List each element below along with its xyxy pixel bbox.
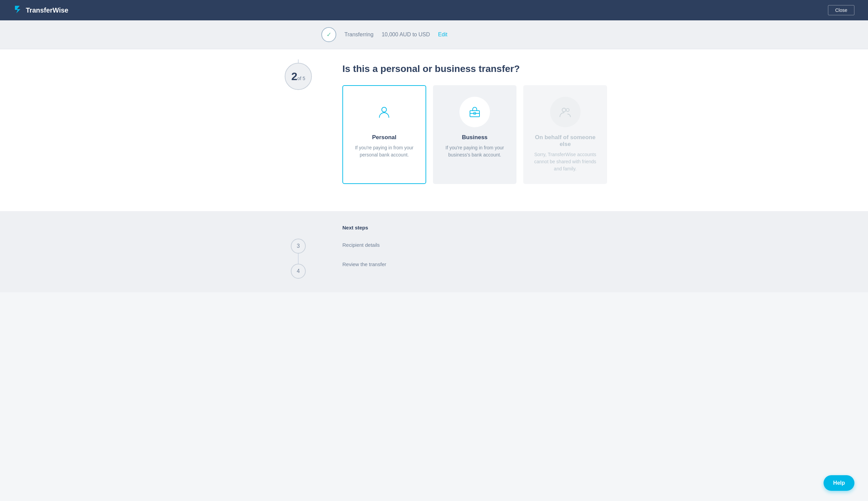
svg-marker-0	[15, 6, 20, 13]
content-col: Is this a personal or business transfer?…	[336, 60, 607, 198]
cards-row: Personal If you're paying in from your p…	[343, 85, 607, 184]
header: TransferWise Close	[0, 0, 868, 20]
business-card[interactable]: Business If you're paying in from your b…	[433, 85, 517, 184]
business-desc: If you're paying in from your business's…	[441, 144, 509, 159]
personal-title: Personal	[372, 134, 396, 141]
svg-point-1	[382, 107, 387, 112]
svg-point-6	[566, 109, 569, 112]
step-number: 2	[291, 70, 297, 83]
bottom-row: 3 4 Recipient details Review the transfe…	[261, 238, 607, 279]
timeline-col: 2of 5	[261, 60, 336, 90]
bottom-timeline-col: 3 4	[261, 238, 336, 279]
bottom-inner: Next steps 3 4 Recipient details Review …	[247, 225, 621, 279]
close-button[interactable]: Close	[828, 5, 855, 15]
step-4-circle: 4	[291, 264, 306, 279]
progress-label: Transferring	[345, 32, 373, 38]
progress-amount: 10,000 AUD to USD	[382, 32, 430, 38]
bottom-section: Next steps 3 4 Recipient details Review …	[0, 211, 868, 292]
step-1-circle: ✓	[321, 27, 336, 42]
someone-else-desc: Sorry, TransferWise accounts cannot be s…	[531, 151, 600, 172]
logo-icon	[13, 4, 23, 16]
next-step-review: Review the transfer	[343, 258, 607, 267]
business-title: Business	[462, 134, 488, 141]
step-of: of 5	[297, 76, 305, 81]
personal-icon-circle	[369, 97, 399, 127]
main-area: 2of 5 Is this a personal or business tra…	[0, 49, 868, 211]
business-icon-circle	[459, 97, 490, 127]
step-2-circle: 2of 5	[285, 63, 312, 90]
someone-else-title: On behalf of someone else	[531, 134, 600, 148]
next-step-recipient: Recipient details	[343, 238, 607, 248]
svg-point-5	[562, 108, 566, 112]
step-3-circle: 3	[291, 238, 306, 254]
next-steps-label: Next steps	[343, 225, 607, 231]
bottom-content-col: Recipient details Review the transfer	[336, 238, 607, 267]
progress-section: ✓ Transferring 10,000 AUD to USD Edit	[0, 20, 868, 49]
logo-text: TransferWise	[26, 7, 68, 14]
personal-desc: If you're paying in from your personal b…	[350, 144, 419, 159]
someone-else-icon-circle	[550, 97, 581, 127]
section-title: Is this a personal or business transfer?	[343, 60, 607, 74]
logo: TransferWise	[13, 4, 68, 16]
progress-info: Transferring 10,000 AUD to USD Edit	[345, 32, 447, 38]
someone-else-card: On behalf of someone else Sorry, Transfe…	[523, 85, 607, 184]
check-icon: ✓	[326, 31, 332, 38]
edit-link[interactable]: Edit	[438, 32, 447, 38]
personal-card[interactable]: Personal If you're paying in from your p…	[343, 85, 426, 184]
